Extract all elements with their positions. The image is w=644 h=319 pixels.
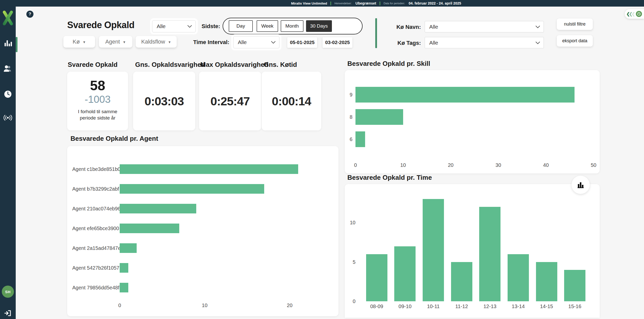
category-label: Agent b7b3299c2abf	[72, 186, 120, 192]
collapse-panel-toggle[interactable]: ❮ ❮ ❮	[625, 9, 644, 19]
x-tick-label: 11-12	[448, 304, 476, 309]
chart-row: Agent 79856dd5e48f	[72, 278, 332, 297]
ko-navn-value: Alle	[429, 24, 438, 30]
export-data-button[interactable]: eksport data	[557, 35, 593, 47]
kpi-value: 58	[90, 78, 105, 93]
range-30days-button[interactable]: 30 Days	[306, 20, 332, 32]
chart-type-toggle-button[interactable]	[571, 176, 590, 194]
bar-slot	[419, 191, 448, 301]
histogram-icon	[577, 181, 585, 189]
time-chart-plot: 0510 08-0909-1010-1111-1212-1313-1414-15…	[345, 184, 600, 318]
logout-button[interactable]	[4, 309, 12, 317]
skill-chart-title: Besvarede Opkald pr. Skill	[347, 60, 430, 68]
category-label: 8	[348, 114, 355, 120]
bar[interactable]	[394, 246, 416, 302]
time-chart-title: Besvarede Opkald pr. Time	[347, 174, 432, 182]
skill-chart-plot: 9 8 6 01020304050	[348, 70, 594, 173]
agent-chart-title: Besvarede Opkald pr. Agent	[70, 135, 158, 143]
kpi-value: 0:03:03	[145, 94, 184, 108]
bar[interactable]	[423, 199, 444, 301]
bar[interactable]	[451, 262, 472, 301]
range-month-button[interactable]: Month	[281, 20, 303, 32]
clock-icon	[636, 11, 642, 17]
category-label: Agent 79856dd5e48f	[72, 285, 120, 291]
bar-chart-icon	[4, 39, 12, 47]
active-nav-indicator	[16, 37, 17, 52]
kaldsflow-filter-pill[interactable]: Kaldsflow ▼	[136, 36, 177, 48]
dashboard-root: Miralix View Unlimited Henvendelser: Ube…	[0, 0, 644, 319]
product-name: Miralix View Unlimited	[291, 2, 327, 5]
top-bar: Miralix View Unlimited Henvendelser: Ube…	[0, 0, 644, 7]
kpi-card-svarede: 58 -1003 I forhold til samme periode sid…	[67, 72, 128, 130]
bar[interactable]	[355, 131, 365, 147]
nav-history-item[interactable]	[4, 90, 12, 98]
x-tick-label: 40	[543, 162, 549, 168]
chart-row: Agent c1be3de851b0	[72, 159, 332, 179]
kpi-value: 0:00:14	[272, 94, 311, 108]
ko-tags-value: Alle	[429, 40, 438, 46]
x-tick-label: 10	[400, 162, 406, 168]
agent-filter-pill[interactable]: Agent ▼	[99, 36, 132, 48]
range-week-button[interactable]: Week	[257, 20, 278, 32]
chevron-left-icon: ❮	[632, 11, 635, 17]
bar[interactable]	[366, 254, 387, 301]
bar-track	[120, 238, 332, 258]
x-tick-label: 20	[448, 162, 453, 168]
chevron-down-icon	[271, 41, 276, 44]
help-button[interactable]: ?	[26, 11, 33, 18]
category-label: Agent 5427b26f1057	[72, 265, 120, 271]
chart-row: 8	[348, 109, 594, 125]
kaldsflow-filter-label: Kaldsflow	[141, 38, 165, 45]
date-range-group: Day Week Month 30 Days	[223, 18, 363, 34]
chart-row: Agent 210ac074eb96	[72, 199, 332, 218]
chart-row: Agent 2a15ad47847e	[72, 238, 332, 258]
chart-row: 6	[348, 131, 594, 147]
user-avatar[interactable]: SH	[2, 286, 14, 298]
bar-slot	[391, 191, 419, 301]
y-tick-label: 10	[350, 220, 355, 226]
date-from-input[interactable]: 05-01-2025	[287, 37, 317, 48]
range-day-button[interactable]: Day	[229, 20, 253, 32]
bar[interactable]	[120, 164, 298, 174]
bar[interactable]	[120, 263, 128, 273]
bar[interactable]	[120, 224, 179, 233]
sidste-label: Sidste:	[202, 23, 220, 30]
users-icon	[4, 65, 12, 72]
bar[interactable]	[355, 109, 403, 125]
time-interval-value: Alle	[238, 39, 247, 45]
ko-filter-pill[interactable]: Kø ▼	[63, 36, 95, 48]
nav-live-item[interactable]	[4, 113, 12, 122]
bar[interactable]	[120, 184, 264, 194]
nav-statistics-item[interactable]	[4, 39, 12, 47]
nav-agents-item[interactable]	[4, 64, 12, 73]
skill-chart-card: 9 8 6 01020304050	[345, 70, 600, 173]
bar[interactable]	[120, 243, 137, 253]
page-title: Svarede Opkald	[67, 20, 134, 30]
kpi-delta: -1003	[85, 94, 111, 105]
x-tick-label: 30	[495, 162, 501, 168]
broadcast-icon	[4, 114, 12, 121]
ko-tags-select[interactable]: Alle	[425, 37, 544, 48]
bar-track	[120, 218, 332, 238]
separator	[380, 2, 380, 5]
period-label: Data for perioden:	[384, 2, 405, 5]
ko-navn-select[interactable]: Alle	[425, 21, 544, 32]
bar[interactable]	[120, 283, 128, 292]
category-label: Agent 210ac074eb96	[72, 206, 120, 212]
kpi-svarede-label: Svarede Opkald	[68, 61, 118, 69]
x-tick-label: 13-14	[504, 304, 532, 309]
date-to-input[interactable]: 03-02-2025	[323, 37, 352, 48]
report-type-select[interactable]: Alle	[152, 20, 196, 32]
bar[interactable]	[479, 207, 500, 301]
bar-track	[120, 179, 332, 199]
bar[interactable]	[120, 204, 196, 213]
bar[interactable]	[355, 87, 575, 103]
chart-row: Agent 5427b26f1057	[72, 258, 332, 278]
time-interval-select[interactable]: Alle	[233, 36, 279, 48]
x-tick-label: 20	[287, 303, 292, 308]
header-divider	[375, 18, 377, 48]
reset-filters-button[interactable]: nulstil filtre	[557, 18, 593, 30]
bar[interactable]	[564, 270, 585, 301]
bar[interactable]	[508, 254, 529, 301]
bar[interactable]	[536, 262, 557, 301]
